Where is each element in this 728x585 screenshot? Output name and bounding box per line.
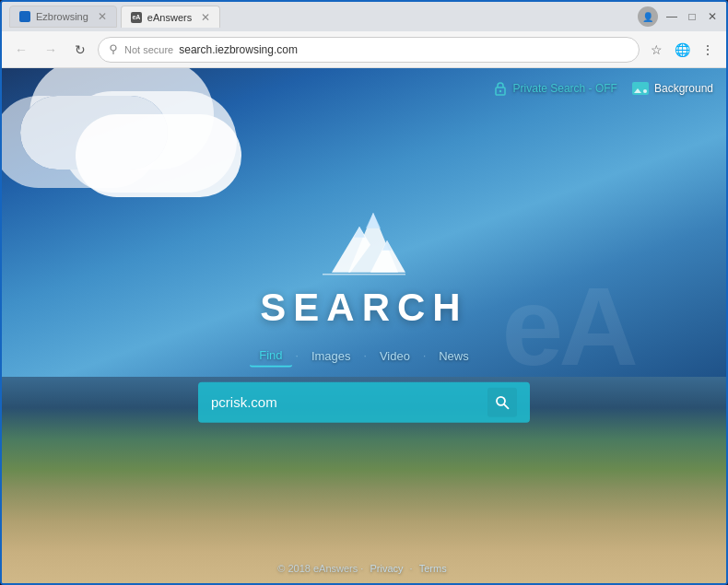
tab-ezbrowsing-label: Ezbrowsing <box>36 11 88 22</box>
tab-video[interactable]: Video <box>370 345 419 366</box>
globe-button[interactable]: 🌐 <box>671 39 693 61</box>
address-bar[interactable]: Not secure search.iezbrowsing.com <box>98 37 640 63</box>
security-label: Not secure <box>124 44 173 55</box>
background-button[interactable]: Background <box>632 82 713 95</box>
main-content: eA Private Search - OFF Background <box>2 68 726 583</box>
svg-point-3 <box>499 90 500 92</box>
security-icon <box>108 43 119 56</box>
minimize-button[interactable]: — <box>665 10 678 23</box>
tab-ezbrowsing-close[interactable]: ✕ <box>98 10 107 23</box>
forward-button[interactable]: → <box>39 38 63 62</box>
eanswers-favicon: eA <box>131 12 142 23</box>
search-tabs: Find · Images · Video · News <box>250 344 478 367</box>
svg-marker-7 <box>366 212 381 228</box>
mountain-logo <box>313 207 415 281</box>
refresh-button[interactable]: ↻ <box>68 38 92 62</box>
footer-copyright: © 2018 eAnswers <box>277 563 358 574</box>
image-icon <box>632 82 649 95</box>
svg-marker-8 <box>354 226 365 237</box>
footer-separator-2: · <box>410 563 416 574</box>
top-controls: Private Search - OFF Background <box>493 81 713 96</box>
footer-terms-link[interactable]: Terms <box>419 563 447 574</box>
tab-ezbrowsing[interactable]: Ezbrowsing ✕ <box>9 6 117 28</box>
browser-frame: Ezbrowsing ✕ eA eAnswers ✕ 👤 — □ ✕ ← → ↻ <box>0 0 728 585</box>
search-icon <box>495 394 510 409</box>
search-bar-container <box>198 381 530 422</box>
svg-line-12 <box>504 404 509 408</box>
ezbrowsing-favicon <box>19 11 30 22</box>
profile-icon[interactable]: 👤 <box>638 6 658 27</box>
window-controls: 👤 — □ ✕ <box>638 6 719 27</box>
bookmark-button[interactable]: ☆ <box>645 39 667 61</box>
tab-images[interactable]: Images <box>302 345 360 366</box>
maximize-button[interactable]: □ <box>686 10 699 23</box>
svg-point-0 <box>111 45 116 51</box>
tab-find[interactable]: Find <box>250 344 291 367</box>
nav-icons-right: ☆ 🌐 ⋮ <box>645 39 719 61</box>
footer: © 2018 eAnswers · Privacy · Terms <box>2 563 726 574</box>
tab-eanswers[interactable]: eA eAnswers ✕ <box>121 6 220 28</box>
private-search-label: Private Search - OFF <box>513 82 617 95</box>
logo-container: SEARCH <box>260 207 467 329</box>
tab-eanswers-close[interactable]: ✕ <box>201 11 210 24</box>
lock-icon <box>493 81 508 96</box>
footer-separator-1: · <box>360 563 366 574</box>
background-label: Background <box>654 82 713 95</box>
footer-privacy-link[interactable]: Privacy <box>370 563 403 574</box>
logo-text: SEARCH <box>260 285 467 329</box>
nav-bar: ← → ↻ Not secure search.iezbrowsing.com … <box>2 31 726 68</box>
tab-eanswers-label: eAnswers <box>147 12 192 23</box>
center-content: SEARCH Find · Images · Video · News <box>198 207 530 422</box>
title-bar: Ezbrowsing ✕ eA eAnswers ✕ 👤 — □ ✕ <box>2 2 726 31</box>
search-button[interactable] <box>487 387 517 416</box>
close-button[interactable]: ✕ <box>706 10 719 23</box>
back-button[interactable]: ← <box>9 38 33 62</box>
tab-news[interactable]: News <box>429 345 478 366</box>
address-text: search.iezbrowsing.com <box>179 43 629 56</box>
private-search-button[interactable]: Private Search - OFF <box>493 81 617 96</box>
menu-button[interactable]: ⋮ <box>697 39 719 61</box>
search-input[interactable] <box>211 394 478 410</box>
cloud-2 <box>76 114 241 197</box>
